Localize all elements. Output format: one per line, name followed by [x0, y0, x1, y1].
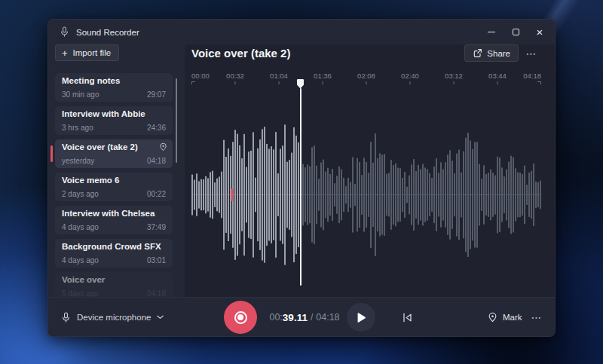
share-icon: [473, 48, 482, 58]
play-icon: [357, 312, 366, 323]
recording-age: 30 min ago: [62, 90, 99, 99]
recording-duration: 00:22: [147, 190, 166, 198]
recording-list-item[interactable]: Background Crowd SFX 4 days ago 03:01: [55, 239, 173, 268]
recording-age: 3 hrs ago: [62, 124, 93, 132]
waveform-canvas[interactable]: [191, 106, 541, 283]
recording-title: Voice memo 6: [62, 176, 120, 185]
recording-title: Voice over (take 2): [62, 142, 138, 151]
more-icon: ⋯: [526, 47, 537, 60]
chevron-down-icon: [157, 315, 164, 320]
recording-list-item[interactable]: Voice over 5 days ago 04:18: [55, 272, 173, 297]
recording-title: Interview with Abbie: [62, 109, 145, 118]
recordings-list: Meeting notes 30 min ago 29:07 Interview…: [48, 73, 185, 297]
minimize-icon: [488, 32, 495, 32]
recording-age: 4 days ago: [62, 256, 99, 265]
recording-list-item[interactable]: Voice memo 6 2 days ago 00:22: [55, 173, 173, 201]
timeline-label: 00:00: [191, 72, 210, 80]
skip-to-start-icon: [402, 312, 413, 323]
recording-list-item[interactable]: Meeting notes 30 min ago 29:07: [55, 73, 173, 102]
plus-icon: +: [62, 48, 68, 58]
timeline-labels: 00:0000:3201:0401:3602:0802:4003:1203:44…: [191, 72, 541, 80]
recording-duration: 37:49: [147, 223, 166, 231]
play-button[interactable]: [347, 303, 375, 332]
sound-recorder-window: Sound Recorder × + Import file Meeting n…: [47, 19, 556, 337]
time-display: 00:39.11/04:18: [259, 298, 350, 337]
time-separator: /: [311, 312, 313, 323]
minimize-button[interactable]: [479, 20, 504, 44]
timeline-tick: [323, 81, 323, 84]
recording-age: 5 days ago: [62, 289, 99, 297]
recording-duration: 04:18: [147, 289, 166, 297]
transport-bar: Device microphone 00:39.11/04:18: [48, 297, 555, 336]
recording-duration: 29:07: [147, 90, 166, 99]
mark-pin-icon: [488, 312, 497, 323]
recordings-sidebar: + Import file Meeting notes 30 min ago 2…: [48, 44, 185, 297]
close-button[interactable]: ×: [528, 20, 552, 44]
recording-title: Interview with Chelsea: [62, 209, 155, 218]
recording-title: Meeting notes: [62, 76, 120, 85]
timeline-ticks: [191, 81, 541, 85]
recording-list-item[interactable]: Interview with Abbie 3 hrs ago 24:36: [55, 106, 173, 135]
import-file-label: Import file: [73, 48, 112, 57]
time-current: 39.11: [283, 312, 308, 323]
timeline-label: 03:44: [488, 72, 507, 80]
timeline-tick: [191, 81, 195, 84]
recording-duration: 24:36: [147, 124, 166, 132]
sidebar-scrollbar[interactable]: [176, 78, 177, 163]
editor-panel: Voice over (take 2) Share ⋯ 00:0000:3201…: [185, 44, 555, 297]
timeline-label: 02:08: [357, 72, 375, 80]
microphone-icon: [61, 312, 71, 323]
record-icon: [234, 311, 247, 324]
timeline-tick: [537, 81, 541, 84]
timeline-label: 00:32: [226, 72, 244, 80]
more-icon: ⋯: [531, 311, 543, 323]
close-icon: ×: [537, 26, 543, 38]
selection-indicator: [51, 145, 53, 162]
titlebar[interactable]: Sound Recorder ×: [48, 20, 555, 44]
recording-list-item[interactable]: Interview with Chelsea 4 days ago 37:49: [55, 206, 173, 234]
share-button[interactable]: Share: [464, 44, 519, 62]
input-device-selector[interactable]: Device microphone: [61, 298, 164, 337]
skip-to-start-button[interactable]: [400, 310, 414, 324]
timeline-tick: [366, 81, 367, 84]
timeline-label: 04:18: [523, 72, 541, 80]
recording-title: Background Crowd SFX: [62, 242, 161, 251]
header-more-button[interactable]: ⋯: [522, 45, 541, 62]
maximize-icon: [513, 29, 519, 35]
time-total: 04:18: [316, 312, 339, 323]
timeline-tick: [279, 81, 280, 84]
recording-page-title: Voice over (take 2): [191, 47, 290, 60]
timeline-label: 02:40: [401, 72, 419, 80]
timeline-tick: [454, 81, 455, 84]
input-device-label: Device microphone: [77, 313, 151, 322]
recording-pin-icon: [159, 142, 167, 151]
timeline-tick: [497, 81, 498, 84]
app-title: Sound Recorder: [76, 28, 139, 37]
recording-duration: 03:01: [147, 256, 166, 265]
mark-button[interactable]: Mark: [488, 298, 522, 337]
recording-duration: 04:18: [147, 157, 166, 165]
desktop-wallpaper: Sound Recorder × + Import file Meeting n…: [0, 0, 603, 364]
maximize-button[interactable]: [504, 20, 528, 44]
transport-more-button[interactable]: ⋯: [528, 309, 546, 326]
timeline-label: 01:36: [314, 72, 332, 80]
microphone-app-icon: [60, 26, 69, 38]
share-label: Share: [487, 49, 510, 58]
timeline-label: 01:04: [270, 72, 288, 80]
timeline-label: 03:12: [445, 72, 463, 80]
timeline-tick: [235, 81, 236, 84]
mark-label: Mark: [503, 313, 522, 322]
timeline-tick: [410, 81, 411, 84]
recording-age: 2 days ago: [62, 190, 99, 198]
record-button[interactable]: [224, 301, 257, 334]
time-prefix: 00:: [269, 312, 282, 323]
recording-title: Voice over: [62, 275, 105, 284]
recording-age: 4 days ago: [62, 223, 99, 231]
playhead-line[interactable]: [300, 88, 302, 286]
import-file-button[interactable]: + Import file: [55, 44, 119, 61]
recording-list-item[interactable]: Voice over (take 2) yesterday 04:18: [55, 139, 173, 168]
recording-age: yesterday: [62, 157, 94, 165]
